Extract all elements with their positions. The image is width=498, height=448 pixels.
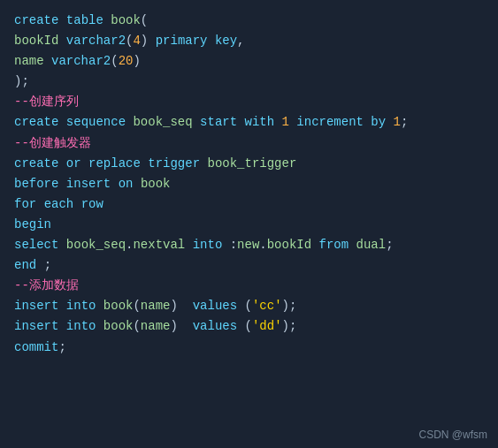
code-line: ); (14, 72, 484, 92)
code-line: for each row (14, 194, 484, 215)
code-line: bookId varchar2(4) primary key, (14, 31, 484, 51)
code-container: create table book(bookId varchar2(4) pri… (0, 0, 498, 448)
code-line: insert into book(name) values ('dd'); (14, 316, 484, 337)
code-line: create sequence book_seq start with 1 in… (14, 112, 484, 133)
watermark: CSDN @wfsm (418, 429, 487, 441)
code-line: create table book( (14, 11, 484, 31)
code-line: before insert on book (14, 174, 484, 194)
code-line: select book_seq.nextval into :new.bookId… (14, 235, 484, 255)
code-line: --创建触发器 (14, 133, 484, 154)
code-line: insert into book(name) values ('cc'); (14, 296, 484, 316)
code-block: create table book(bookId varchar2(4) pri… (14, 11, 484, 358)
code-line: name varchar2(20) (14, 51, 484, 72)
code-line: --添加数据 (14, 276, 484, 296)
code-line: create or replace trigger book_trigger (14, 154, 484, 174)
code-line: begin (14, 215, 484, 235)
code-line: end ; (14, 255, 484, 276)
code-line: --创建序列 (14, 92, 484, 112)
code-line: commit; (14, 338, 484, 358)
